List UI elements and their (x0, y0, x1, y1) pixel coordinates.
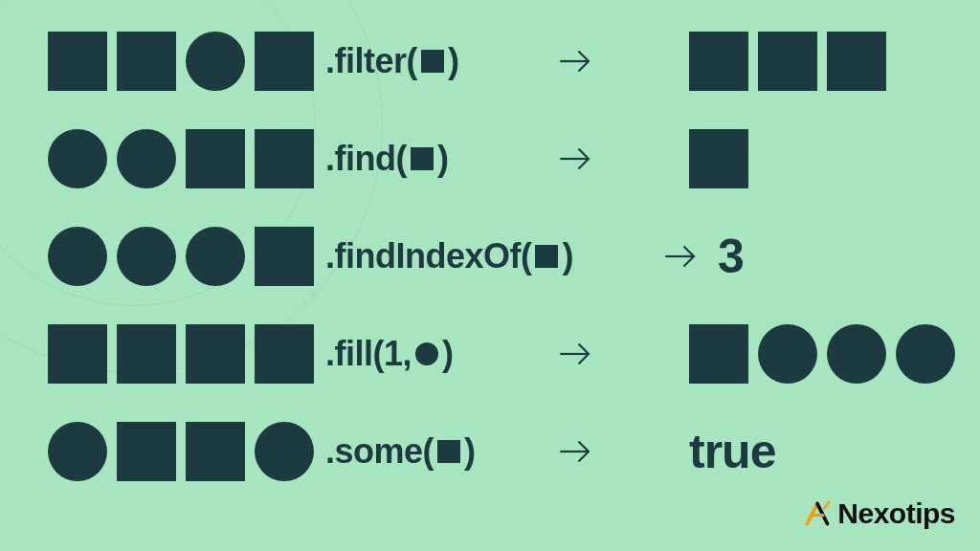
circle-shape (117, 129, 176, 188)
circle-shape (186, 32, 245, 91)
arrow-column (660, 236, 718, 276)
input-array (48, 422, 325, 481)
square-shape (689, 324, 748, 384)
method-row: .fill(1,) (48, 323, 932, 385)
square-shape (186, 324, 245, 384)
circle-shape (48, 227, 107, 286)
input-array (48, 129, 325, 188)
output-result (689, 32, 886, 91)
nexotips-icon (803, 499, 832, 528)
circle-shape (896, 324, 955, 384)
method-suffix: ) (437, 139, 449, 179)
arrow-column (555, 334, 689, 374)
square-shape (689, 129, 748, 188)
square-shape (186, 422, 245, 481)
method-row: .findIndexOf()3 (48, 226, 932, 287)
square-shape (827, 32, 886, 91)
arrow-icon (555, 334, 595, 374)
square-shape (48, 324, 107, 384)
method-row: .find() (48, 128, 932, 189)
arrow-icon (660, 236, 701, 276)
output-value: true (689, 428, 775, 475)
method-suffix: ) (448, 41, 459, 81)
diagram-container: .filter().find().findIndexOf()3.fill(1,)… (0, 0, 980, 501)
square-shape (117, 422, 176, 481)
square-shape (48, 32, 107, 91)
arrow-column (555, 41, 689, 81)
method-call: .filter() (325, 41, 555, 81)
brand-name: Nexotips (837, 497, 955, 530)
method-prefix: .findIndexOf( (325, 236, 531, 276)
square-shape (689, 32, 748, 91)
circle-shape (48, 129, 107, 188)
method-call: .some() (325, 431, 555, 472)
output-result (689, 324, 955, 384)
arrow-icon (555, 139, 595, 179)
square-arg-icon (535, 245, 558, 268)
brand-logo: Nexotips (803, 497, 955, 530)
method-suffix: ) (442, 334, 454, 374)
circle-arg-icon (415, 342, 438, 365)
arrow-column (555, 431, 689, 472)
circle-shape (186, 227, 245, 286)
square-shape (117, 324, 176, 384)
square-arg-icon (437, 440, 460, 463)
circle-shape (48, 422, 107, 481)
output-result (689, 129, 748, 188)
method-prefix: .fill(1, (325, 334, 412, 374)
output-result: 3 (718, 232, 744, 280)
method-prefix: .find( (325, 139, 407, 179)
square-shape (186, 129, 245, 188)
method-suffix: ) (562, 236, 573, 276)
output-value: 3 (718, 232, 744, 280)
arrow-icon (555, 431, 595, 472)
method-call: .findIndexOf() (325, 236, 660, 276)
circle-shape (255, 422, 314, 481)
method-prefix: .filter( (325, 41, 417, 81)
arrow-icon (555, 41, 595, 81)
circle-shape (827, 324, 886, 384)
square-shape (758, 32, 817, 91)
arrow-column (555, 139, 689, 179)
output-result: true (689, 428, 775, 475)
method-call: .find() (325, 139, 555, 179)
input-array (48, 324, 325, 384)
method-row: .some()true (48, 421, 932, 482)
square-shape (117, 32, 176, 91)
input-array (48, 227, 325, 286)
method-call: .fill(1,) (325, 334, 555, 374)
method-prefix: .some( (325, 431, 434, 472)
square-shape (255, 324, 314, 384)
input-array (48, 32, 325, 91)
circle-shape (758, 324, 817, 384)
square-shape (255, 129, 314, 188)
method-suffix: ) (464, 431, 476, 472)
circle-shape (117, 227, 176, 286)
square-arg-icon (411, 147, 434, 170)
square-shape (255, 227, 314, 286)
method-row: .filter() (48, 31, 932, 92)
square-arg-icon (421, 50, 444, 73)
square-shape (255, 32, 314, 91)
